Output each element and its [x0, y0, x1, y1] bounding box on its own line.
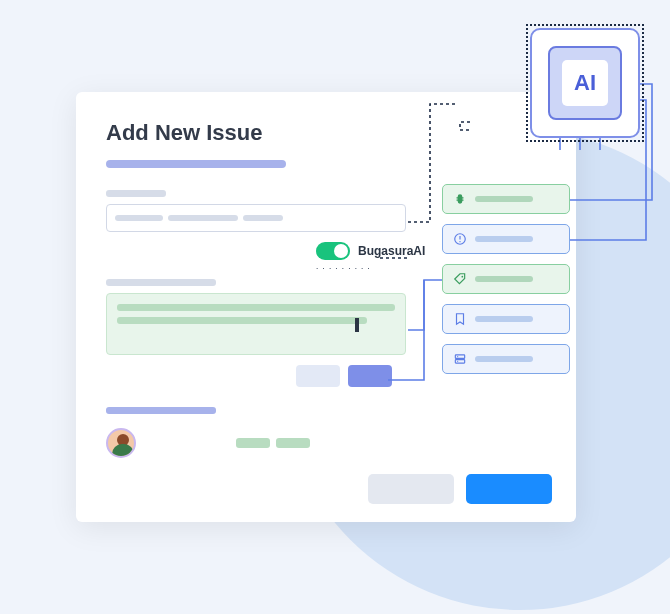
svg-point-3	[461, 276, 463, 278]
alert-icon	[453, 232, 467, 246]
desc-text-line	[117, 317, 367, 324]
suggestion-alert[interactable]	[442, 224, 570, 254]
suggestion-label	[475, 196, 533, 202]
ai-toggle[interactable]	[316, 242, 350, 260]
suggestion-label	[475, 236, 533, 242]
title-skeleton	[106, 160, 286, 168]
cancel-button[interactable]	[368, 474, 454, 504]
suggestion-tag[interactable]	[442, 264, 570, 294]
suggestion-server[interactable]	[442, 344, 570, 374]
tag-icon	[453, 272, 467, 286]
suggestion-label	[475, 276, 533, 282]
bookmark-icon	[453, 312, 467, 326]
assignee-label	[106, 407, 216, 414]
chip-inner: AI	[548, 46, 622, 120]
suggestion-label	[475, 356, 533, 362]
ai-suggestions-list	[442, 184, 570, 374]
description-box[interactable]	[106, 293, 406, 355]
primary-small-button[interactable]	[348, 365, 392, 387]
chip-core-label: AI	[562, 60, 608, 106]
ai-chip: AI	[530, 28, 640, 138]
input-placeholder	[243, 215, 283, 221]
suggestion-label	[475, 316, 533, 322]
input-placeholder	[115, 215, 163, 221]
input-placeholder	[168, 215, 238, 221]
desc-text-line	[117, 304, 395, 311]
submit-button[interactable]	[466, 474, 552, 504]
suggestion-bug[interactable]	[442, 184, 570, 214]
secondary-small-button[interactable]	[296, 365, 340, 387]
tag-skeleton	[276, 438, 310, 448]
svg-rect-4	[455, 355, 464, 359]
svg-point-2	[459, 241, 460, 242]
server-icon	[453, 352, 467, 366]
tag-skeleton	[236, 438, 270, 448]
chip-outer: AI	[530, 28, 640, 138]
svg-point-7	[457, 361, 458, 362]
panel-title: Add New Issue	[106, 120, 546, 146]
field-label-1	[106, 190, 166, 197]
text-cursor	[355, 318, 359, 332]
svg-point-6	[457, 356, 458, 357]
issue-title-input[interactable]	[106, 204, 406, 232]
bug-icon	[453, 192, 467, 206]
field-label-2	[106, 279, 216, 286]
tag-skeletons	[236, 438, 310, 448]
footer-buttons	[368, 474, 552, 504]
suggestion-bookmark[interactable]	[442, 304, 570, 334]
ai-toggle-label: BugasuraAI	[358, 244, 425, 258]
avatar-row	[106, 428, 546, 458]
user-avatar[interactable]	[106, 428, 136, 458]
svg-rect-5	[455, 360, 464, 364]
